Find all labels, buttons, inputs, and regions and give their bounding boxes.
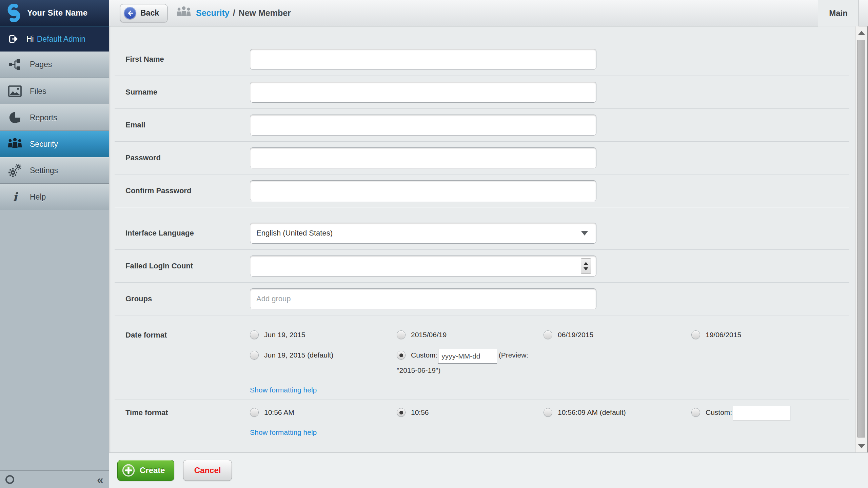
form-row-email: Email <box>109 109 855 141</box>
form-row-surname: Surname <box>109 76 855 108</box>
status-circle-icon <box>5 475 14 484</box>
date-format-option-3[interactable]: 06/19/2015 <box>544 327 691 343</box>
email-field[interactable] <box>250 115 596 136</box>
action-bar: Create Cancel <box>109 452 868 488</box>
help-icon: i <box>7 190 22 204</box>
date-format-option-default[interactable]: Jun 19, 2015 (default) <box>250 348 397 379</box>
time-format-help-link[interactable]: Show formatting help <box>250 428 317 436</box>
cancel-button-label: Cancel <box>194 466 221 475</box>
scroll-up-icon <box>858 31 865 35</box>
toolbar: Back Security / New Member <box>109 0 868 26</box>
custom-time-format-input[interactable] <box>733 406 790 421</box>
sidebar-item-label: Settings <box>30 166 58 175</box>
number-spinner[interactable] <box>581 258 591 274</box>
radio-button-icon[interactable] <box>250 330 259 339</box>
form-row-groups: Groups <box>109 283 855 315</box>
radio-button-icon[interactable] <box>691 408 700 417</box>
date-format-option-1[interactable]: Jun 19, 2015 <box>250 327 397 343</box>
password-input[interactable] <box>250 147 596 168</box>
radio-button-icon[interactable] <box>250 408 259 417</box>
form-row-date-format: Date format Jun 19, 2015 2015/06/19 06/1… <box>109 316 855 400</box>
confirm-password-input[interactable] <box>250 180 596 201</box>
sidebar: Your Site Name Hi Default Admin Pages <box>0 0 109 488</box>
sidebar-item-pages[interactable]: Pages <box>0 52 109 78</box>
site-logo-icon <box>6 4 22 22</box>
date-format-help-link[interactable]: Show formatting help <box>250 386 317 394</box>
sidebar-footer: « <box>0 470 109 488</box>
interface-language-select[interactable]: English (United States) <box>250 223 596 244</box>
breadcrumb-separator: / <box>233 8 235 18</box>
back-button[interactable]: Back <box>120 4 167 22</box>
collapse-sidebar-button[interactable]: « <box>97 474 103 485</box>
sidebar-nav: Pages Files Reports <box>0 52 109 210</box>
logout-row[interactable]: Hi Default Admin <box>0 26 109 52</box>
radio-button-icon[interactable] <box>691 330 700 339</box>
surname-input[interactable] <box>250 82 596 103</box>
create-button-label: Create <box>140 466 165 475</box>
scroll-up-button[interactable] <box>856 26 867 39</box>
first-name-label: First Name <box>109 55 250 64</box>
security-icon <box>7 137 22 151</box>
form-row-first-name: First Name <box>109 43 855 76</box>
sidebar-item-label: Files <box>30 87 46 96</box>
time-format-option-default[interactable]: 10:56:09 AM (default) <box>544 405 691 421</box>
plus-icon <box>122 464 135 477</box>
time-format-option-custom[interactable]: Custom: <box>691 405 855 421</box>
files-icon <box>7 84 22 98</box>
add-group-input[interactable] <box>250 288 596 309</box>
failed-login-count-label: Failed Login Count <box>109 262 250 270</box>
date-format-label: Date format <box>109 327 250 340</box>
sidebar-item-label: Pages <box>30 60 52 69</box>
form-row-interface-language: Interface Language English (United State… <box>109 208 855 249</box>
back-arrow-icon <box>124 7 136 19</box>
email-label: Email <box>109 121 250 129</box>
spinner-down-icon[interactable] <box>584 267 588 270</box>
time-format-label: Time format <box>109 405 250 417</box>
create-button[interactable]: Create <box>117 460 174 481</box>
cancel-button[interactable]: Cancel <box>183 460 232 481</box>
main-area: Back Security / New Member Main First Na… <box>109 0 868 488</box>
greeting-prefix: Hi <box>26 35 34 44</box>
custom-date-format-input[interactable] <box>438 349 497 364</box>
interface-language-label: Interface Language <box>109 229 250 238</box>
site-name: Your Site Name <box>27 8 87 18</box>
breadcrumb-security-link[interactable]: Security <box>196 8 230 18</box>
spinner-up-icon[interactable] <box>584 262 588 265</box>
sidebar-item-files[interactable]: Files <box>0 78 109 104</box>
sidebar-item-security[interactable]: Security <box>0 131 109 157</box>
date-format-option-2[interactable]: 2015/06/19 <box>397 327 544 343</box>
date-format-option-custom[interactable]: Custom: (Preview: "2015-06-19") <box>397 348 544 379</box>
form-row-time-format: Time format 10:56 AM 10:56 10:56:09 AM (… <box>109 400 855 447</box>
radio-button-icon[interactable] <box>544 330 552 339</box>
date-format-option-4[interactable]: 19/06/2015 <box>691 327 855 343</box>
time-format-option-2[interactable]: 10:56 <box>397 405 544 421</box>
scroll-down-button[interactable] <box>856 440 867 452</box>
tab-main[interactable]: Main <box>818 0 859 26</box>
sidebar-item-label: Reports <box>30 113 57 122</box>
radio-button-icon[interactable] <box>397 330 406 339</box>
time-format-option-1[interactable]: 10:56 AM <box>250 405 397 421</box>
radio-button-icon-selected[interactable] <box>397 351 406 360</box>
radio-button-icon-selected[interactable] <box>397 408 406 417</box>
first-name-input[interactable] <box>250 49 596 70</box>
surname-label: Surname <box>109 88 250 97</box>
greeting-username: Default Admin <box>37 35 85 44</box>
radio-button-icon[interactable] <box>544 408 552 417</box>
form-row-confirm-password: Confirm Password <box>109 175 855 207</box>
logout-icon <box>7 33 19 45</box>
pages-icon <box>7 58 22 72</box>
back-button-label: Back <box>140 8 159 18</box>
radio-button-icon[interactable] <box>250 351 259 360</box>
sidebar-item-reports[interactable]: Reports <box>0 104 109 131</box>
form-panel: First Name Surname Email Password Confir… <box>109 26 855 452</box>
password-label: Password <box>109 154 250 162</box>
sidebar-item-help[interactable]: i Help <box>0 184 109 210</box>
groups-label: Groups <box>109 294 250 303</box>
failed-login-count-input[interactable] <box>250 256 596 277</box>
sidebar-item-settings[interactable]: Settings <box>0 157 109 184</box>
confirm-password-label: Confirm Password <box>109 186 250 195</box>
settings-icon <box>7 164 22 177</box>
scroll-down-icon <box>858 444 865 448</box>
scrollbar-thumb[interactable] <box>857 40 865 438</box>
vertical-scrollbar[interactable] <box>855 26 868 452</box>
